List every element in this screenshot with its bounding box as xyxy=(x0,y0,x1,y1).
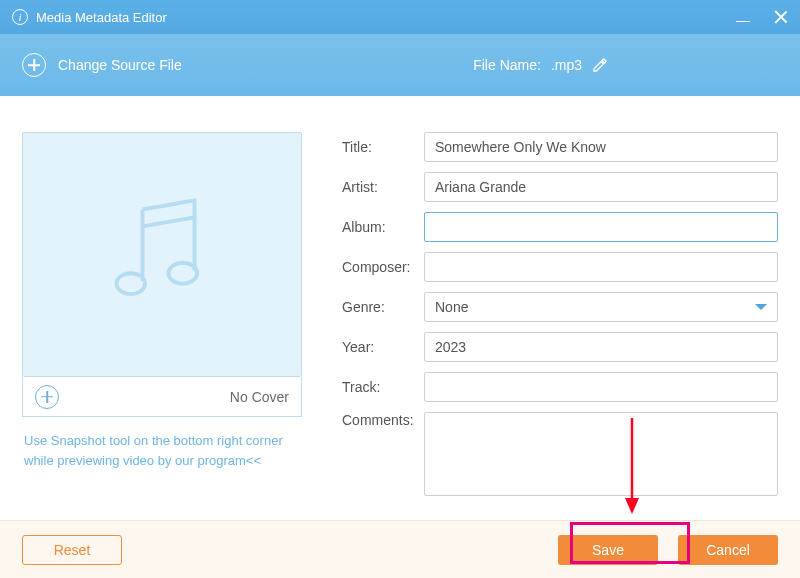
reset-button[interactable]: Reset xyxy=(22,535,122,565)
row-track: Track: xyxy=(342,372,778,402)
genre-select[interactable]: None xyxy=(424,292,778,322)
app-title: Media Metadata Editor xyxy=(36,10,167,25)
filename-value: .mp3 xyxy=(551,57,582,73)
no-cover-label: No Cover xyxy=(230,389,289,405)
comments-label: Comments: xyxy=(342,412,424,428)
change-source-label: Change Source File xyxy=(58,57,182,73)
album-input[interactable] xyxy=(424,212,778,242)
year-input[interactable] xyxy=(424,332,778,362)
content: No Cover Use Snapshot tool on the bottom… xyxy=(0,96,800,506)
toolbar: Change Source File File Name: .mp3 xyxy=(0,34,800,96)
title-input[interactable] xyxy=(424,132,778,162)
snapshot-hint: Use Snapshot tool on the bottom right co… xyxy=(22,431,302,470)
pencil-icon[interactable] xyxy=(592,57,608,73)
track-label: Track: xyxy=(342,379,424,395)
change-source-button[interactable]: Change Source File xyxy=(22,53,182,77)
add-cover-icon[interactable] xyxy=(35,385,59,409)
track-input[interactable] xyxy=(424,372,778,402)
artist-label: Artist: xyxy=(342,179,424,195)
info-icon: i xyxy=(12,9,28,25)
row-title: Title: xyxy=(342,132,778,162)
chevron-down-icon xyxy=(755,304,767,310)
window-controls xyxy=(736,10,788,24)
album-label: Album: xyxy=(342,219,424,235)
cover-toolbar: No Cover xyxy=(22,377,302,417)
row-year: Year: xyxy=(342,332,778,362)
composer-label: Composer: xyxy=(342,259,424,275)
composer-input[interactable] xyxy=(424,252,778,282)
close-icon[interactable] xyxy=(774,10,788,24)
row-comments: Comments: xyxy=(342,412,778,496)
row-genre: Genre: None xyxy=(342,292,778,322)
titlebar: i Media Metadata Editor xyxy=(0,0,800,34)
svg-point-1 xyxy=(169,262,198,283)
metadata-form: Title: Artist: Album: Composer: Genre: N… xyxy=(342,132,778,506)
artist-input[interactable] xyxy=(424,172,778,202)
row-artist: Artist: xyxy=(342,172,778,202)
genre-selected: None xyxy=(435,299,468,315)
comments-input[interactable] xyxy=(424,412,778,496)
filename-group: File Name: .mp3 xyxy=(473,57,608,73)
filename-label: File Name: xyxy=(473,57,541,73)
row-album: Album: xyxy=(342,212,778,242)
save-button[interactable]: Save xyxy=(558,535,658,565)
footer: Reset Save Cancel xyxy=(0,520,800,578)
svg-point-0 xyxy=(117,273,146,294)
plus-circle-icon xyxy=(22,53,46,77)
title-label: Title: xyxy=(342,139,424,155)
music-note-icon xyxy=(97,190,227,320)
cover-preview xyxy=(22,132,302,377)
genre-label: Genre: xyxy=(342,299,424,315)
year-label: Year: xyxy=(342,339,424,355)
cover-panel: No Cover Use Snapshot tool on the bottom… xyxy=(22,132,302,506)
minimize-icon[interactable] xyxy=(736,10,750,24)
cancel-button[interactable]: Cancel xyxy=(678,535,778,565)
row-composer: Composer: xyxy=(342,252,778,282)
